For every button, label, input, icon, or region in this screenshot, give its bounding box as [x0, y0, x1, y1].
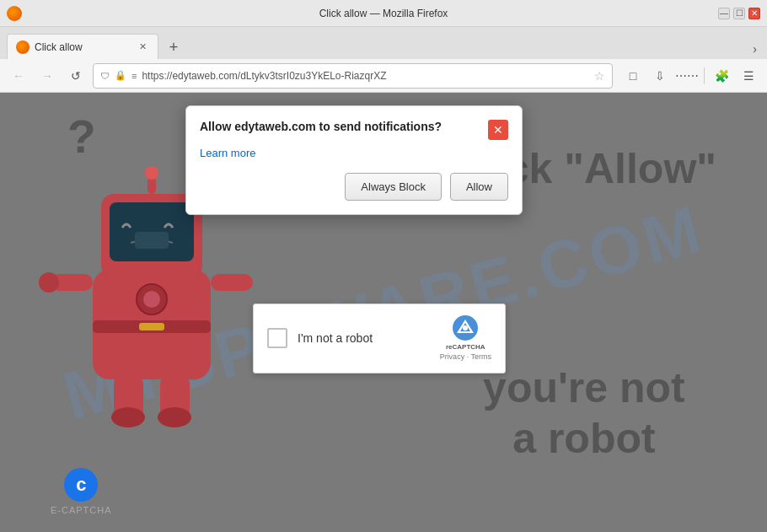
tab-overflow-chevron[interactable]: › — [749, 39, 760, 59]
recaptcha-brand-text: reCAPTCHA — [446, 343, 485, 351]
svg-point-7 — [39, 272, 59, 293]
popup-buttons: Always Block Allow — [200, 173, 508, 201]
tab-favicon — [16, 40, 30, 54]
forward-button[interactable]: → — [35, 64, 59, 88]
popup-title: Allow edytaweb.com to send notifications… — [200, 120, 488, 133]
tab-bar: Click allow ✕ + › — [0, 27, 767, 59]
window-title: Click allow — Mozilla Firefox — [319, 8, 448, 19]
tab-label: Click allow — [35, 41, 131, 53]
refresh-button[interactable]: ↺ — [64, 64, 88, 88]
minimize-button[interactable]: — — [718, 8, 730, 19]
recaptcha-branding: reCAPTCHA Privacy · Terms — [440, 314, 491, 363]
popup-header: Allow edytaweb.com to send notifications… — [200, 120, 508, 140]
menu-icon[interactable]: ☰ — [737, 64, 760, 88]
bookmark-icon[interactable]: ☆ — [594, 69, 605, 83]
shield-icon: 🛡 — [100, 71, 110, 81]
extensions-puzzle-icon[interactable]: 🧩 — [710, 64, 733, 88]
pocket-icon[interactable]: □ — [621, 64, 645, 88]
title-bar-controls: — ☐ ✕ — [718, 8, 760, 19]
svg-point-18 — [463, 325, 468, 330]
svg-rect-16 — [139, 323, 164, 330]
svg-point-15 — [143, 291, 160, 308]
page-content: MYSPYWARE.COM ? — [0, 93, 767, 532]
learn-more-link[interactable]: Learn more — [200, 147, 508, 159]
close-button[interactable]: ✕ — [748, 8, 760, 19]
recaptcha-logo-icon — [452, 314, 479, 341]
svg-point-11 — [111, 407, 145, 427]
svg-rect-8 — [211, 274, 253, 291]
firefox-logo — [7, 6, 22, 21]
notification-popup: Allow edytaweb.com to send notifications… — [185, 105, 523, 215]
back-button[interactable]: ← — [7, 64, 30, 88]
active-tab[interactable]: Click allow ✕ — [7, 34, 158, 59]
page-text-line2: you're nota robot — [452, 363, 716, 464]
recaptcha-label: I'm not a robot — [298, 331, 430, 345]
recaptcha-checkbox[interactable] — [267, 328, 287, 348]
download-icon[interactable]: ⇩ — [648, 64, 672, 88]
extensions-icon[interactable]: ⋯⋯ — [675, 64, 699, 88]
title-bar-left — [7, 6, 22, 21]
toolbar-divider — [704, 67, 705, 84]
toolbar-icons: □ ⇩ ⋯⋯ 🧩 ☰ — [621, 64, 760, 88]
always-block-button[interactable]: Always Block — [345, 173, 442, 201]
ecaptcha-logo: c E-CAPTCHA — [51, 468, 112, 515]
recaptcha-widget: I'm not a robot reCAPTCHA Privacy · Term… — [253, 304, 506, 373]
tab-close-button[interactable]: ✕ — [136, 40, 149, 54]
svg-rect-3 — [135, 232, 169, 249]
ecaptcha-icon: c — [64, 468, 98, 502]
svg-point-5 — [145, 166, 158, 180]
new-tab-button[interactable]: + — [162, 35, 185, 59]
allow-button[interactable]: Allow — [450, 173, 508, 201]
tab-bar-right: › — [749, 39, 760, 59]
recaptcha-links: Privacy · Terms — [440, 352, 491, 363]
restore-button[interactable]: ☐ — [733, 8, 745, 19]
popup-close-button[interactable]: ✕ — [488, 120, 508, 140]
url-text: https://edytaweb.com/dLtykv3tsrI0zu3YkEL… — [142, 70, 589, 82]
nav-bar: ← → ↺ 🛡 🔒 ≡ https://edytaweb.com/dLtykv3… — [0, 59, 767, 93]
browser-window: Click allow — Mozilla Firefox — ☐ ✕ Clic… — [0, 0, 767, 532]
title-bar: Click allow — Mozilla Firefox — ☐ ✕ — [0, 0, 767, 27]
ecaptcha-text: E-CAPTCHA — [51, 505, 112, 515]
reader-icon: ≡ — [131, 71, 137, 81]
address-bar[interactable]: 🛡 🔒 ≡ https://edytaweb.com/dLtykv3tsrI0z… — [93, 63, 613, 89]
lock-icon: 🔒 — [115, 70, 126, 81]
svg-point-12 — [158, 407, 191, 427]
